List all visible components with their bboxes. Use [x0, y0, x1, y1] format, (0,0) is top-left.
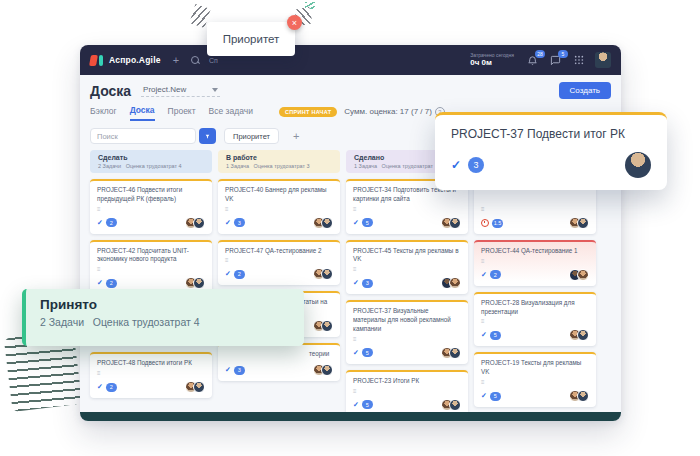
check-icon: ✓ — [97, 219, 103, 227]
kanban-card[interactable]: PROJECT-47 QA-тестирование 2 ≡ ✓ 2 — [218, 240, 340, 286]
column-header: Сделать 2 Задачи Оценка трудозатрат 4 — [90, 150, 212, 173]
card-title: PROJECT-44 QA-тестирование 1 — [481, 247, 589, 256]
kanban-card[interactable]: PROJECT-23 Итоги РК ≡ ✓ 5 — [346, 370, 468, 416]
close-icon[interactable]: × — [287, 15, 302, 30]
card-avatars — [313, 268, 333, 280]
header-right: Затрачено сегодня 0ч 0м 28 5 — [470, 52, 611, 68]
create-button[interactable]: Создать — [559, 82, 611, 99]
avatar — [449, 399, 461, 411]
card-footer: ✓ 5 — [353, 347, 461, 359]
kanban-card[interactable]: PROJECT-40 Баннер для рекламы VK ≡ ✓ 3 — [218, 179, 340, 234]
tab-backlog[interactable]: Бэклог — [90, 106, 117, 120]
app-window: Аспро.Agile + Сп Затрачено сегодня 0ч 0м… — [80, 45, 621, 421]
check-icon: ✓ — [97, 383, 103, 391]
kanban-card[interactable]: PROJECT-19 Тексты для рекламы VK ≡ ✓ 5 — [474, 352, 596, 407]
check-icon: ✓ — [225, 366, 231, 374]
app-header: Аспро.Agile + Сп Затрачено сегодня 0ч 0м… — [80, 45, 621, 75]
card-footer: ✓ 2 — [225, 268, 333, 280]
kanban-column: Сделать 2 Задачи Оценка трудозатрат 4 PR… — [90, 150, 212, 398]
card-avatars — [441, 277, 461, 289]
kanban-card[interactable]: PROJECT-46 Подвести итоги предыдущей РК … — [90, 179, 212, 234]
card-title: PROJECT-46 Подвести итоги предыдущей РК … — [97, 186, 205, 204]
avatar — [321, 320, 333, 332]
priority-filter-chip[interactable]: Приоритет — [224, 128, 279, 144]
card-title: PROJECT-37 Визуальные материалы для ново… — [353, 307, 461, 333]
avatar — [625, 152, 651, 178]
user-avatar[interactable] — [595, 52, 611, 68]
messages-count-badge: 5 — [558, 50, 568, 58]
check-icon: ✓ — [481, 331, 487, 339]
kanban-card[interactable]: теории ✓ 3 — [218, 343, 340, 381]
description-icon: ≡ — [97, 370, 205, 376]
check-icon: ✓ — [481, 271, 487, 279]
kanban-card[interactable]: PROJECT-45 Тексты для рекламы в VK ≡ ✓ 3 — [346, 240, 468, 295]
accepted-column-callout: Принято 2 Задачи Оценка трудозатрат 4 — [22, 289, 304, 346]
check-icon: ✓ — [353, 401, 359, 409]
header-menu-item[interactable]: Сп — [209, 57, 218, 64]
card-title: PROJECT-42 Подсчитать UNIT-экономику нов… — [97, 247, 205, 265]
kanban-card[interactable]: PROJECT-42 Подсчитать UNIT-экономику нов… — [90, 240, 212, 295]
estimate-badge: 2 — [234, 270, 245, 279]
screenshot-stage: Аспро.Agile + Сп Затрачено сегодня 0ч 0м… — [0, 0, 700, 456]
avatar — [577, 390, 589, 402]
sketch-mark-decoration — [305, 2, 315, 9]
search-input[interactable] — [90, 128, 196, 144]
estimate-badge: 5 — [362, 348, 373, 357]
tab-board[interactable]: Доска — [130, 105, 155, 121]
card-title: PROJECT-47 QA-тестирование 2 — [225, 247, 333, 256]
accepted-title: Принято — [40, 297, 290, 312]
card-footer: ✓ 3 — [225, 364, 333, 376]
estimate-badge: 5 — [362, 218, 373, 227]
avatar — [193, 217, 205, 229]
kanban-column: В работе 1 Задача Оценка трудозатрат 3 P… — [218, 150, 340, 381]
kanban-card[interactable]: PROJECT-48 Подвести итоги РК ≡ ✓ 2 — [90, 352, 212, 398]
card-footer: ✓ 3 — [225, 217, 333, 229]
card-title: PROJECT-19 Тексты для рекламы VK — [481, 359, 589, 377]
summary-estimate-text: Сумм. оценка: 17 (7 / 7) — [344, 107, 432, 116]
check-icon: ✓ — [451, 158, 461, 172]
column-title: В работе — [226, 154, 332, 161]
column-cards: ≡ 1.5 PROJECT-44 QA-тестирование 1 ≡ ✓ 2… — [474, 179, 596, 419]
card-title: PROJECT-48 Подвести итоги РК — [97, 359, 205, 368]
estimate-badge: 2 — [106, 383, 117, 392]
filter-funnel-button[interactable] — [199, 128, 216, 144]
tab-all-tasks[interactable]: Все задачи — [209, 106, 253, 120]
task-card-callout[interactable]: PROJECT-37 Подвести итог РК ✓ 3 — [435, 112, 667, 190]
kanban-card[interactable]: PROJECT-28 Визуализация для презентации … — [474, 292, 596, 347]
description-icon: ≡ — [353, 388, 461, 394]
description-icon: ≡ — [97, 206, 205, 212]
estimate-badge: 3 — [468, 157, 484, 173]
column-subtitle: 1 Задача Оценка трудозатрат 3 — [226, 163, 332, 169]
estimate-badge: 2 — [106, 279, 117, 288]
card-avatars — [313, 217, 333, 229]
card-title: PROJECT-28 Визуализация для презентации — [481, 299, 589, 317]
add-filter-button[interactable]: + — [287, 130, 305, 143]
avatar — [449, 347, 461, 359]
add-icon[interactable]: + — [173, 55, 179, 66]
apps-grid-icon[interactable] — [572, 54, 585, 67]
check-icon: ✓ — [97, 279, 103, 287]
estimate-badge: 1.5 — [492, 219, 503, 228]
estimate-badge: 3 — [234, 218, 245, 227]
description-icon: ≡ — [353, 336, 461, 342]
project-selector[interactable]: Project.New — [141, 84, 220, 97]
window-bottom-strip — [80, 412, 621, 421]
avatar — [193, 381, 205, 393]
messages-chat-icon[interactable]: 5 — [549, 54, 562, 67]
check-icon: ✓ — [353, 219, 359, 227]
check-icon: ✓ — [481, 392, 487, 400]
tab-project[interactable]: Проект — [168, 106, 196, 120]
card-avatars — [569, 269, 589, 281]
avatar — [577, 269, 589, 281]
kanban-card[interactable]: PROJECT-44 QA-тестирование 1 ≡ ✓ 2 — [474, 240, 596, 286]
notifications-bell-icon[interactable]: 28 — [526, 54, 539, 67]
estimate-badge: 5 — [362, 400, 373, 409]
priority-tooltip: Приоритет × — [207, 22, 295, 56]
card-footer: ✓ 5 — [481, 390, 589, 402]
search-icon[interactable] — [191, 56, 200, 65]
description-icon: ≡ — [225, 257, 333, 263]
avatar — [193, 277, 205, 289]
description-icon: ≡ — [225, 206, 333, 212]
avatar — [577, 217, 589, 229]
kanban-card[interactable]: PROJECT-37 Визуальные материалы для ново… — [346, 300, 468, 363]
